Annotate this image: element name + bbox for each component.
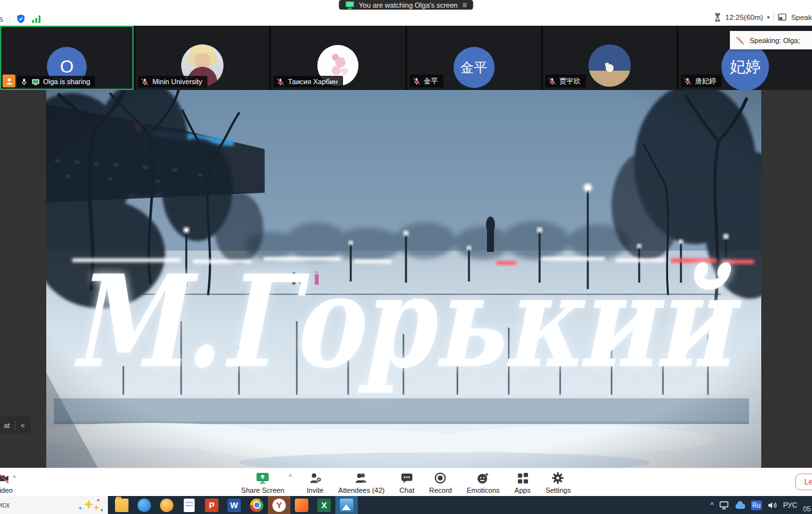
meeting-timer[interactable]: 12:25(60m) (725, 13, 763, 21)
participants-strip: O Olga is sharing Minin University (0, 26, 812, 90)
attendees-icon (355, 472, 369, 484)
avatar-text: 金平 (461, 58, 488, 76)
watching-banner: You are watching Olga's screen ≡ (339, 0, 473, 10)
chat-button[interactable]: Chat (400, 471, 414, 494)
orange-utility-icon[interactable] (290, 496, 313, 514)
participant-tile-minin[interactable]: Minin University (136, 26, 269, 90)
chat-tab-partial-label: at (4, 421, 10, 429)
video-options-caret-icon[interactable]: ^ (13, 475, 16, 482)
punto-switcher-icon[interactable]: Ru (751, 501, 762, 510)
invite-button[interactable]: Invite (306, 471, 323, 494)
yandex-browser-icon[interactable]: Y (268, 496, 290, 514)
document-app-icon[interactable] (178, 496, 200, 514)
show-hidden-icons-caret[interactable]: ^ (710, 501, 714, 509)
timer-caret-icon[interactable]: ▾ (767, 14, 770, 21)
emoticons-button[interactable]: Emoticons (466, 471, 499, 494)
emoticons-icon (477, 472, 490, 484)
hourglass-icon (714, 13, 721, 22)
leave-button[interactable]: Lea (795, 474, 812, 490)
settings-gear-icon (552, 472, 565, 484)
speaking-indicator-text: Speaking: Olga; (750, 37, 800, 44)
meeting-controls-bar: Video ^ Share Screen ^ (0, 468, 812, 497)
volume-icon[interactable] (768, 501, 777, 510)
zoom-meeting-window: ls You are watching Olga's screen ≡ (0, 0, 812, 514)
participant-name-label: Таисия Харбин (274, 76, 342, 87)
onedrive-icon[interactable] (736, 504, 745, 509)
mic-muted-icon (548, 77, 556, 85)
shared-photo-gorky-sign: М.Горький М.Горький (46, 90, 761, 468)
share-options-caret-icon[interactable]: ^ (289, 474, 292, 481)
participant-name-label: 唐妃婷 (681, 75, 721, 87)
header-right-group: 12:25(60m) ▾ Speak (714, 13, 812, 22)
host-badge-icon (3, 75, 15, 87)
controls-center-group: Share Screen ^ Invite (241, 471, 570, 494)
header-left-partial-text: ls (0, 15, 3, 24)
record-icon (434, 472, 447, 484)
apps-button[interactable]: Apps (515, 471, 531, 494)
avatar-cat-photo (588, 44, 631, 87)
language-indicator[interactable]: РУС (783, 501, 797, 509)
settings-button[interactable]: Settings (545, 471, 571, 494)
photos-app-icon[interactable] (335, 496, 358, 514)
video-muted-icon (0, 473, 10, 484)
excel-icon[interactable]: X (313, 496, 335, 514)
view-layout-icon[interactable] (778, 13, 787, 22)
avatar-letter: O (60, 57, 74, 77)
share-screen-button[interactable]: Share Screen (241, 471, 284, 494)
participant-tile-olga[interactable]: O Olga is sharing (0, 26, 134, 90)
powerpoint-icon[interactable]: P (200, 496, 223, 514)
record-button[interactable]: Record (429, 471, 452, 494)
view-mode-label[interactable]: Speak (791, 13, 812, 21)
taskbar-search-box[interactable]: иск (0, 496, 108, 514)
taskbar-system-tray: ^ Ru РУС 05 (710, 496, 812, 514)
participant-name-label: 金平 (410, 75, 443, 87)
video-button[interactable]: Video (0, 471, 13, 494)
search-partial-text: иск (0, 501, 10, 510)
apps-icon (516, 472, 529, 484)
banner-menu-icon[interactable]: ≡ (462, 1, 466, 10)
header-left-group: ls (0, 13, 40, 24)
participant-tile-taisiya[interactable]: Таисия Харбин (271, 26, 405, 90)
connection-quality-icon (32, 15, 40, 23)
network-icon[interactable] (719, 501, 730, 510)
share-screen-icon (256, 472, 269, 484)
orange-app-icon[interactable] (155, 496, 178, 514)
participant-tile-jiayuxin[interactable]: 贾宇欣 (543, 26, 676, 90)
encryption-shield-icon[interactable] (15, 13, 26, 24)
shared-screen-stage: М.Горький М.Горький (0, 90, 812, 468)
meeting-header: ls You are watching Olga's screen ≡ (0, 0, 812, 26)
invite-icon (308, 472, 321, 484)
mic-muted-icon (276, 78, 285, 86)
divider (773, 13, 774, 22)
participant-name-label: Minin University (138, 76, 207, 87)
mic-muted-icon (736, 36, 745, 45)
mic-muted-icon (412, 77, 421, 85)
file-explorer-icon[interactable] (110, 496, 133, 514)
watching-banner-text: You are watching Olga's screen (359, 1, 458, 9)
participant-name-label: 贾宇欣 (545, 75, 586, 87)
clock-partial[interactable]: 05 (803, 505, 812, 513)
chat-panel-tab[interactable]: at < (0, 416, 31, 434)
attendees-button[interactable]: Attendees (42) (339, 471, 385, 494)
word-icon[interactable]: W (223, 496, 245, 514)
mic-muted-icon (684, 77, 692, 85)
participant-tile-jinping[interactable]: 金平 金平 (407, 26, 541, 90)
windows-taskbar: иск P W Y (0, 496, 812, 514)
participant-name-label: Olga is sharing (17, 76, 95, 87)
avatar-text: 妃婷 (730, 57, 761, 77)
speaking-indicator-tooltip: Speaking: Olga; (730, 31, 812, 49)
chevron-left-icon[interactable]: < (21, 421, 24, 429)
mic-muted-icon (141, 78, 149, 86)
screen-share-icon (346, 1, 355, 10)
avatar-jinping: 金平 (454, 47, 495, 88)
divider (9, 15, 10, 24)
chat-icon (400, 472, 413, 484)
avatar-tangfeiting: 妃婷 (721, 43, 769, 90)
chrome-icon[interactable] (245, 496, 268, 514)
edge-browser-icon[interactable] (133, 496, 155, 514)
taskbar-pinned-apps: P W Y X (110, 496, 358, 514)
divider (15, 421, 15, 430)
search-highlights-icon[interactable] (77, 498, 104, 512)
